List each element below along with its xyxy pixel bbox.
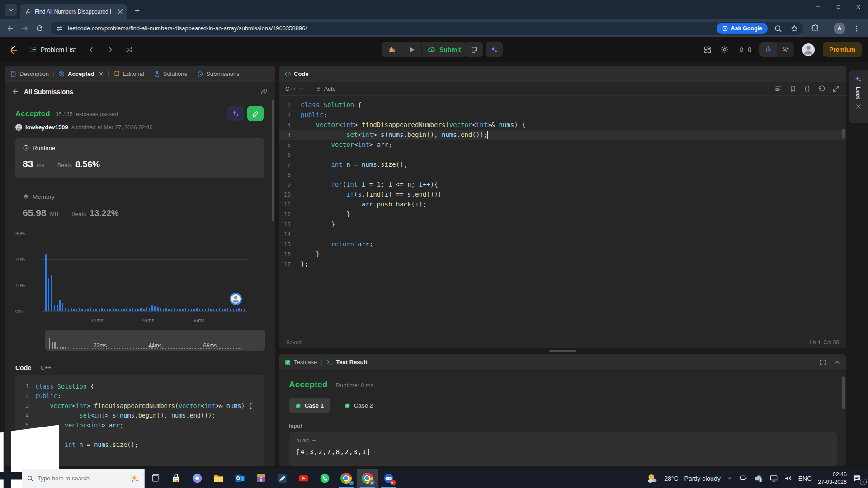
chart-bar[interactable] — [165, 308, 167, 311]
chart-bar[interactable] — [236, 309, 237, 311]
code-line[interactable]: 1class Solution { — [279, 100, 846, 110]
browser-menu-icon[interactable] — [853, 24, 861, 33]
fullscreen-icon[interactable] — [819, 359, 826, 366]
code-line[interactable]: 1class Solution { — [20, 381, 260, 391]
weather-desc[interactable]: Partly cloudy — [684, 475, 721, 482]
chart-bar[interactable] — [101, 308, 103, 311]
layout-grid-icon[interactable] — [703, 45, 712, 54]
taskbar-app-microsoft-store[interactable] — [165, 469, 187, 488]
chart-bar[interactable] — [73, 309, 75, 311]
chart-bar[interactable] — [230, 309, 231, 311]
chart-bar[interactable] — [154, 306, 156, 311]
chart-bar[interactable] — [85, 309, 86, 311]
chart-bar[interactable] — [71, 308, 72, 311]
chart-bar[interactable] — [193, 309, 195, 311]
chart-bar[interactable] — [149, 308, 150, 311]
streak-counter[interactable]: 0 — [737, 46, 751, 54]
tab-editorial[interactable]: Editorial — [113, 70, 144, 77]
chart-bar[interactable] — [177, 309, 178, 311]
reset-code-icon[interactable] — [818, 85, 826, 93]
search-input[interactable] — [38, 475, 126, 482]
chart-bar[interactable] — [157, 307, 159, 311]
chart-bar[interactable] — [135, 309, 136, 311]
submitter-username[interactable]: lowkeydev1509 — [25, 124, 68, 131]
tab-solutions[interactable]: Solutions — [154, 70, 187, 77]
chart-bar[interactable] — [244, 309, 245, 311]
chart-bar[interactable] — [168, 309, 170, 311]
prev-problem-icon[interactable] — [88, 46, 95, 53]
volume-icon[interactable] — [784, 474, 793, 483]
window-minimize-button[interactable] — [808, 0, 828, 14]
browser-profile-avatar[interactable]: A — [834, 23, 845, 34]
chart-bar[interactable] — [151, 305, 153, 311]
chart-bar[interactable] — [199, 309, 200, 311]
taskbar-app-chrome-profile[interactable]: A — [357, 469, 378, 488]
search-icon[interactable] — [774, 24, 782, 33]
code-line[interactable]: 7 int n = nums.size(); — [279, 160, 846, 169]
close-strip-icon[interactable] — [855, 103, 862, 110]
window-maximize-button[interactable] — [828, 0, 848, 14]
task-view-button[interactable] — [145, 469, 165, 488]
tab-code[interactable]: Code — [284, 70, 309, 77]
taskbar-app-winrar[interactable] — [250, 469, 272, 488]
chart-bar[interactable] — [182, 309, 184, 311]
code-line[interactable]: 15 return arr; — [279, 239, 846, 249]
braces-icon[interactable] — [803, 85, 811, 93]
code-line[interactable]: 6 — [279, 150, 846, 160]
taskbar-app-outlook[interactable] — [229, 469, 250, 488]
chart-bar[interactable] — [104, 309, 105, 311]
chart-bar[interactable] — [208, 308, 209, 311]
chart-bar[interactable] — [113, 308, 114, 311]
bookmark-icon[interactable] — [789, 85, 797, 93]
onedrive-icon[interactable] — [754, 474, 764, 483]
code-line[interactable]: 11 arr.push_back(i); — [279, 199, 846, 209]
run-button[interactable] — [402, 42, 422, 57]
chart-bar[interactable] — [219, 308, 220, 311]
chart-bar[interactable] — [216, 309, 217, 311]
chart-bar[interactable] — [238, 308, 240, 311]
chart-bar[interactable] — [205, 309, 206, 311]
chart-bar[interactable] — [57, 305, 58, 311]
language-selector[interactable]: C++ — [285, 86, 304, 92]
chart-bar[interactable] — [109, 309, 111, 311]
chart-bar[interactable] — [65, 308, 66, 311]
problem-list-link[interactable]: Problem List — [29, 46, 76, 53]
test-panel-scrollbar[interactable] — [842, 376, 845, 409]
chart-bar[interactable] — [59, 300, 61, 311]
runtime-card[interactable]: Runtime 83 ms Beats 8.56% — [15, 138, 264, 178]
taskbar-app-chrome[interactable] — [335, 469, 357, 488]
chart-bar[interactable] — [163, 309, 164, 311]
next-problem-icon[interactable] — [107, 46, 114, 53]
random-problem-icon[interactable] — [126, 46, 133, 53]
site-info-icon[interactable] — [56, 25, 63, 32]
bookmark-star-icon[interactable] — [790, 24, 798, 33]
code-line[interactable]: 12 } — [279, 209, 846, 219]
notes-button[interactable] — [466, 42, 483, 57]
back-button[interactable] — [5, 23, 16, 34]
submit-button[interactable]: Submit — [422, 42, 467, 57]
chart-bar[interactable] — [146, 307, 147, 311]
extensions-icon[interactable] — [811, 24, 820, 33]
chart-bar[interactable] — [188, 309, 189, 311]
chart-bar[interactable] — [143, 309, 145, 311]
code-line[interactable]: 5 vector<int> arr; — [279, 140, 846, 150]
code-line[interactable]: 3 vector<int> findDisappearedNumbers(vec… — [20, 401, 260, 411]
chart-bar[interactable] — [81, 309, 83, 311]
panel-resize-handle[interactable] — [549, 350, 576, 352]
chart-bar[interactable] — [76, 309, 77, 311]
chart-bar[interactable] — [196, 308, 198, 311]
forward-button[interactable] — [19, 23, 31, 34]
code-line[interactable]: 8 — [279, 169, 846, 179]
tab-test-result[interactable]: Test Result — [326, 359, 367, 366]
chart-bar[interactable] — [107, 309, 108, 311]
case-button-case-2[interactable]: Case 2 — [338, 398, 379, 413]
premium-button[interactable]: Premium — [823, 42, 862, 57]
chart-bar[interactable] — [126, 308, 127, 311]
tab-accepted[interactable]: Accepted — [58, 70, 104, 77]
leetcode-logo[interactable] — [8, 45, 18, 55]
taskbar-app-file-explorer[interactable] — [208, 469, 229, 488]
chart-bar[interactable] — [222, 309, 223, 311]
address-bar[interactable]: leetcode.com/problems/find-all-numbers-d… — [51, 22, 803, 35]
ai-analyze-button[interactable] — [227, 106, 244, 121]
tray-expand-icon[interactable] — [726, 475, 733, 482]
